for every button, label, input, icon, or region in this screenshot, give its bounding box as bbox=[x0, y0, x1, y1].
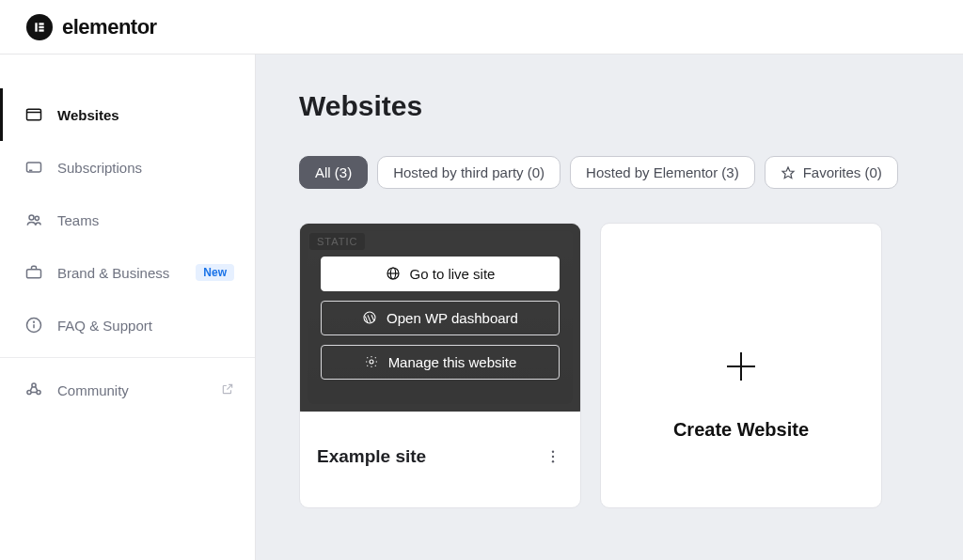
svg-point-9 bbox=[35, 216, 39, 220]
button-label: Go to live site bbox=[410, 266, 496, 282]
sidebar-item-faq-support[interactable]: FAQ & Support bbox=[0, 299, 255, 351]
sidebar-item-label: Subscriptions bbox=[57, 160, 234, 176]
filter-label: Hosted by third party (0) bbox=[393, 164, 545, 180]
sidebar-item-label: Teams bbox=[57, 212, 234, 228]
sidebar-item-websites[interactable]: Websites bbox=[0, 88, 255, 141]
filter-hosted-elementor[interactable]: Hosted by Elementor (3) bbox=[570, 156, 755, 189]
filter-bar: All (3) Hosted by third party (0) Hosted… bbox=[299, 156, 920, 189]
filter-label: Hosted by Elementor (3) bbox=[586, 164, 739, 180]
svg-rect-10 bbox=[27, 270, 41, 278]
info-icon bbox=[24, 315, 44, 335]
site-options-menu-button[interactable] bbox=[543, 446, 563, 467]
brand-wordmark: elementor bbox=[62, 15, 157, 39]
site-thumbnail: STATIC Go to live site Open WP dashboard bbox=[300, 224, 580, 412]
create-website-card[interactable]: Create Website bbox=[600, 223, 882, 508]
community-icon bbox=[24, 380, 44, 400]
sidebar: Websites Subscriptions Teams Brand & Bus… bbox=[0, 54, 256, 560]
site-card-overlay: Go to live site Open WP dashboard Manage… bbox=[300, 224, 580, 412]
svg-rect-1 bbox=[39, 23, 43, 24]
svg-point-16 bbox=[37, 390, 40, 394]
cards-row: STATIC Go to live site Open WP dashboard bbox=[299, 223, 920, 508]
button-label: Open WP dashboard bbox=[387, 310, 518, 326]
svg-point-22 bbox=[370, 360, 373, 364]
button-label: Manage this website bbox=[388, 354, 517, 370]
brand-logo[interactable]: elementor bbox=[26, 14, 157, 40]
filter-all[interactable]: All (3) bbox=[299, 156, 368, 189]
filter-third-party[interactable]: Hosted by third party (0) bbox=[377, 156, 560, 189]
svg-point-14 bbox=[32, 383, 36, 387]
sidebar-item-label: FAQ & Support bbox=[57, 318, 234, 334]
svg-point-15 bbox=[27, 390, 31, 394]
svg-marker-17 bbox=[782, 167, 794, 178]
svg-rect-4 bbox=[27, 109, 41, 120]
svg-rect-6 bbox=[27, 163, 41, 172]
people-icon bbox=[24, 210, 44, 230]
sidebar-divider bbox=[0, 357, 255, 358]
site-name: Example site bbox=[317, 446, 426, 467]
plus-icon bbox=[722, 348, 760, 385]
svg-point-13 bbox=[34, 321, 35, 322]
go-to-live-site-button[interactable]: Go to live site bbox=[321, 257, 560, 291]
new-badge: New bbox=[196, 264, 234, 281]
create-website-label: Create Website bbox=[673, 419, 809, 441]
svg-point-24 bbox=[552, 456, 554, 458]
svg-point-8 bbox=[29, 215, 34, 220]
sidebar-item-label: Brand & Business bbox=[57, 265, 182, 281]
external-link-icon bbox=[221, 382, 234, 398]
sidebar-item-brand-business[interactable]: Brand & Business New bbox=[0, 246, 255, 299]
svg-point-23 bbox=[552, 451, 554, 453]
sidebar-item-label: Websites bbox=[57, 107, 234, 123]
svg-rect-3 bbox=[39, 29, 43, 31]
open-wp-dashboard-button[interactable]: Open WP dashboard bbox=[321, 301, 560, 335]
svg-rect-0 bbox=[35, 23, 37, 31]
app-header: elementor bbox=[0, 0, 963, 54]
briefcase-icon bbox=[24, 262, 44, 283]
kebab-icon bbox=[545, 448, 561, 465]
card-icon bbox=[24, 157, 44, 178]
gear-icon bbox=[364, 354, 379, 369]
browser-icon bbox=[24, 104, 44, 125]
filter-label: Favorites (0) bbox=[803, 164, 882, 180]
sidebar-item-subscriptions[interactable]: Subscriptions bbox=[0, 141, 255, 194]
svg-point-25 bbox=[552, 460, 554, 462]
filter-label: All (3) bbox=[315, 164, 352, 180]
sidebar-item-label: Community bbox=[57, 382, 208, 398]
wordpress-icon bbox=[362, 310, 377, 325]
manage-website-button[interactable]: Manage this website bbox=[321, 345, 560, 380]
svg-rect-2 bbox=[39, 25, 43, 27]
elementor-logo-icon bbox=[26, 14, 53, 40]
sidebar-item-teams[interactable]: Teams bbox=[0, 194, 255, 246]
star-icon bbox=[781, 165, 796, 180]
main-content: Websites All (3) Hosted by third party (… bbox=[256, 54, 963, 560]
page-title: Websites bbox=[299, 90, 920, 122]
filter-favorites[interactable]: Favorites (0) bbox=[765, 156, 898, 189]
globe-icon bbox=[386, 266, 401, 281]
sidebar-item-community[interactable]: Community bbox=[0, 364, 255, 416]
site-card: STATIC Go to live site Open WP dashboard bbox=[299, 223, 581, 508]
